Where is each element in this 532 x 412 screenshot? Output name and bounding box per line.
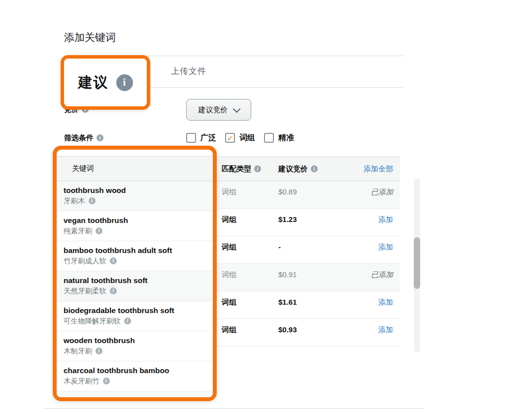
suggested-bid-cell: $1.23 <box>278 215 297 224</box>
checkmark-icon: ✓ <box>227 134 233 142</box>
keyword-info-icon[interactable]: i <box>96 348 102 354</box>
keyword-column-header: 关键词 <box>57 156 213 181</box>
filter-option-label: 词组 <box>239 133 255 143</box>
suggested-bid-cell: $0.91 <box>278 270 297 280</box>
match-type-cell: 词组 <box>222 270 236 280</box>
keyword-translation-text: 木制牙刷 <box>64 346 92 356</box>
keyword-english: natural toothbrush soft <box>64 275 213 285</box>
checkbox-unchecked[interactable] <box>264 133 274 143</box>
keyword-translation-text: 竹牙刷成人软 <box>64 255 106 266</box>
filter-option-2[interactable]: 精准 <box>264 133 294 143</box>
match-type-cell: 词组 <box>222 297 236 307</box>
match-type-cell: 词组 <box>222 242 236 252</box>
add-link[interactable]: 添加 <box>378 297 393 307</box>
keyword-row[interactable]: wooden toothbrush木制牙刷i <box>57 331 213 361</box>
keyword-row[interactable]: bamboo toothbrush adult soft竹牙刷成人软i <box>57 241 213 271</box>
keyword-row[interactable]: vegan toothbrush纯素牙刷i <box>57 211 213 241</box>
keyword-row[interactable]: charcoal toothbrush bamboo木炭牙刷竹i <box>57 361 213 391</box>
keyword-english: wooden toothbrush <box>64 335 213 346</box>
keyword-info-icon[interactable]: i <box>110 287 117 294</box>
suggested-tab-magnified-label: 建议 <box>78 73 109 93</box>
page-title: 添加关键词 <box>64 31 116 44</box>
suggested-bid-cell: $0.89 <box>278 187 297 197</box>
suggested-tab-info-icon[interactable]: i <box>116 74 133 91</box>
keyword-translation-text: 可生物降解牙刷软 <box>64 316 121 326</box>
add-link[interactable]: 添加 <box>378 325 393 335</box>
filter-label-row: 筛选条件 i <box>64 129 103 147</box>
added-label: 已添加 <box>371 187 393 197</box>
highlight-box-keyword-column: 关键词 toothbrush wood牙刷木ivegan toothbrush纯… <box>53 146 217 401</box>
keyword-translation-text: 牙刷木 <box>64 195 85 206</box>
suggested-bid-cell: - <box>278 242 281 252</box>
next-row-hint <box>57 391 213 397</box>
suggested-bid-dropdown[interactable]: 建议竞价 <box>186 99 251 121</box>
scrollbar-thumb[interactable] <box>414 237 420 289</box>
filter-option-label: 精准 <box>278 133 294 143</box>
chevron-down-icon <box>233 105 240 113</box>
match-type-cell: 词组 <box>222 187 236 197</box>
keyword-english: charcoal toothbrush bamboo <box>64 365 213 376</box>
added-label: 已添加 <box>371 270 393 280</box>
keyword-translation: 可生物降解牙刷软i <box>64 316 213 326</box>
keyword-list: toothbrush wood牙刷木ivegan toothbrush纯素牙刷i… <box>57 181 213 391</box>
keyword-row[interactable]: natural toothbrush soft天然牙刷柔软i <box>57 271 213 301</box>
checkbox-checked[interactable]: ✓ <box>225 133 235 143</box>
filter-option-0[interactable]: 广泛 <box>186 133 216 143</box>
keyword-translation: 竹牙刷成人软i <box>64 255 213 266</box>
filter-info-icon[interactable]: i <box>97 134 103 141</box>
keyword-row[interactable]: toothbrush wood牙刷木i <box>57 181 213 211</box>
keyword-translation-text: 纯素牙刷 <box>64 225 92 236</box>
filter-label: 筛选条件 <box>64 133 94 143</box>
keyword-column: 关键词 toothbrush wood牙刷木ivegan toothbrush纯… <box>57 150 213 397</box>
keyword-translation-text: 天然牙刷柔软 <box>64 285 106 296</box>
match-type-filters: 广泛✓词组精准 <box>186 129 294 147</box>
card-bottom-edge <box>43 408 425 409</box>
match-type-cell: 词组 <box>222 325 236 335</box>
suggested-bid-dropdown-value: 建议竞价 <box>199 105 228 115</box>
suggested-bid-cell: $1.61 <box>278 297 297 307</box>
match-type-info-icon[interactable]: i <box>254 165 261 172</box>
keyword-row[interactable]: biodegradable toothbrush soft可生物降解牙刷软i <box>57 301 213 331</box>
keyword-translation-text: 木炭牙刷竹 <box>64 376 100 386</box>
column-header-match-type: 匹配类型 i <box>222 157 261 181</box>
column-header-suggested-bid: 建议竞价 i <box>278 157 318 181</box>
keyword-info-icon[interactable]: i <box>96 227 102 234</box>
keyword-translation: 天然牙刷柔软i <box>64 285 213 296</box>
tab-upload-file[interactable]: 上传文件 <box>171 56 206 87</box>
suggested-bid-info-icon[interactable]: i <box>311 165 318 172</box>
keyword-english: vegan toothbrush <box>64 215 213 225</box>
filter-option-1[interactable]: ✓词组 <box>225 133 255 143</box>
keyword-translation: 纯素牙刷i <box>64 225 213 236</box>
keyword-translation: 木炭牙刷竹i <box>64 376 213 386</box>
keyword-info-icon[interactable]: i <box>110 257 117 264</box>
keyword-info-icon[interactable]: i <box>103 378 110 384</box>
filter-option-label: 广泛 <box>200 133 216 143</box>
add-keywords-panel: 添加关键词 建议 输入列表 上传文件 竞价 i 建议竞价 筛选条件 i 广泛✓词… <box>0 0 532 412</box>
keyword-info-icon[interactable]: i <box>124 317 131 324</box>
add-all-link[interactable]: 添加全部 <box>364 157 393 181</box>
keyword-english: bamboo toothbrush adult soft <box>64 245 213 255</box>
keyword-translation: 牙刷木i <box>64 195 213 206</box>
suggested-bid-cell: $0.93 <box>278 325 297 335</box>
match-type-cell: 词组 <box>222 215 236 224</box>
keyword-translation: 木制牙刷i <box>64 346 213 356</box>
keyword-info-icon[interactable]: i <box>89 197 96 204</box>
keyword-english: biodegradable toothbrush soft <box>64 305 213 316</box>
highlight-box-suggested-tab: 建议 i <box>61 55 150 110</box>
keyword-english: toothbrush wood <box>64 185 213 195</box>
checkbox-unchecked[interactable] <box>186 133 196 143</box>
add-link[interactable]: 添加 <box>378 215 393 224</box>
add-link[interactable]: 添加 <box>378 242 393 252</box>
